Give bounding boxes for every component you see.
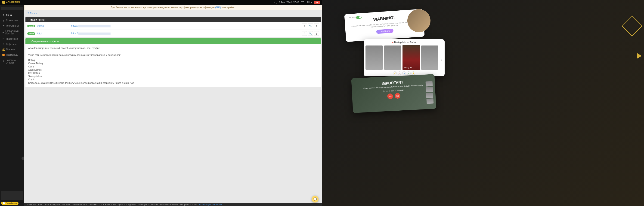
settings-button[interactable]: 🔧 [308, 31, 313, 36]
header-datetime: Чт, 18 Янв 2024 9:37:45 UTC [274, 1, 304, 4]
profile-main[interactable]: Emily 25 [402, 45, 420, 70]
boost-button[interactable]: ⚡ [412, 71, 415, 75]
preview-area: Girls nearby WARNING! Before we can show… [322, 0, 644, 206]
sidebar-item-label: Глобальный Постбек [5, 30, 22, 35]
chat-bubble-button[interactable]: 💬 [312, 196, 318, 203]
alert-2fa-link[interactable]: (2FA) [215, 6, 221, 9]
link-icon: ⊘ [2, 14, 5, 16]
vertical-item: Sweepstakes [28, 75, 318, 78]
copy-button[interactable]: ⧉ [302, 31, 307, 36]
card2-title: ● Best girls from Tinder [366, 41, 443, 44]
link-url[interactable]: https:// [71, 32, 110, 35]
next-arrow[interactable]: › [441, 57, 442, 62]
breadcrumb: Линки [24, 10, 322, 16]
plus-icon: + [2, 31, 4, 33]
profile-thumb[interactable] [384, 45, 401, 70]
mini-thumb[interactable] [426, 93, 433, 98]
sidebar-info-block [1, 191, 23, 200]
stats-icon: ⫿ [2, 19, 5, 22]
sidebar-item-promo[interactable]: 🎁 Промокоды [0, 52, 24, 57]
gift-icon: 🎁 [2, 54, 5, 56]
sidebar-item-label: Платежи [6, 48, 16, 51]
mini-thumb[interactable] [426, 87, 433, 92]
link-row: smart Adult https:// ⧉ 🔧 ⫿ [26, 30, 321, 37]
footer-copyright: Adverten © 2015 - 2024 [26, 204, 49, 206]
sidebar-item-payments[interactable]: 💰 Платежи [0, 47, 24, 52]
sidebar-item-referrals[interactable]: ☆ Рефералы [0, 41, 24, 47]
question-icon: ? [2, 60, 4, 63]
offers-panel: ⓘ Смартлинки и офферы Adverten смартлинк… [26, 38, 321, 87]
money-icon: 💰 [2, 48, 5, 51]
preview-card-important: IMPORTANT! Please answer a few simple qu… [351, 74, 436, 113]
copy-icon: ⧉ [304, 24, 305, 27]
footer-text: Если у вас есть какие-либо сложности с н… [50, 204, 198, 206]
link-name[interactable]: Dating [37, 25, 70, 27]
settings-button[interactable]: 🔧 [308, 23, 313, 28]
language-selector[interactable]: RU ▾ [307, 1, 312, 4]
star-icon: ★ [2, 25, 5, 27]
link-url[interactable]: https:// [71, 24, 110, 27]
chart-icon: ⫿ [316, 25, 317, 27]
stats-button[interactable]: ⫿ [314, 31, 319, 36]
link-name[interactable]: Adult [37, 32, 70, 35]
footer: Adverten © 2015 - 2024 Если у вас есть к… [24, 203, 322, 206]
rewind-button[interactable]: ↺ [393, 71, 397, 75]
fire-icon: ● [392, 41, 394, 44]
offers-intro: Adverten смартлинк отличный способ конве… [28, 46, 318, 50]
preview-card-warning: Girls nearby WARNING! Before we can show… [344, 9, 425, 42]
profile-thumb[interactable] [366, 45, 383, 70]
sidebar-item-links[interactable]: ⊘ Линки [0, 12, 24, 18]
smart-badge: smart [27, 32, 35, 35]
sidebar-item-label: Линки [6, 14, 12, 16]
no-button[interactable]: NO [387, 93, 393, 99]
yes-button[interactable]: YES [395, 93, 400, 99]
profile-thumb[interactable] [421, 45, 438, 70]
wrench-icon: 🔧 [309, 32, 312, 35]
offers-panel-header: ⓘ Смартлинки и офферы [26, 38, 321, 44]
sidebar-user-block[interactable] [1, 7, 23, 10]
vertical-item: Casual Dating [28, 62, 318, 65]
profile-age: 25 [410, 66, 412, 69]
mini-thumb[interactable] [426, 81, 432, 87]
stats-button[interactable]: ⫿ [314, 23, 319, 28]
sidebar-item-stats[interactable]: ⫿ Статистика [0, 18, 24, 23]
breadcrumb-icon [26, 12, 29, 14]
vertical-item: Gay Dating [28, 72, 318, 75]
link-row: smart Dating https:// ⧉ 🔧 ⫿ [26, 22, 321, 30]
sidebar-item-trafficback[interactable]: ⇄ Трафикбэк [0, 36, 24, 41]
app-header: ADVERTEN Чт, 18 Янв 2024 9:37:45 UTC RU … [0, 0, 322, 4]
smart-badge: smart [27, 25, 35, 27]
sidebar-item-label: Рефералы [6, 43, 18, 45]
logo[interactable]: ADVERTEN [2, 1, 20, 4]
nope-button[interactable]: ✕ [398, 71, 401, 75]
sidebar-item-label: Статистика [6, 19, 18, 22]
preview-card-tinder: ● Best girls from Tinder ‹ Emily 25 › ↺ … [364, 39, 444, 76]
vertical-item: Cams [28, 65, 318, 68]
footer-email-link[interactable]: feedback@adverten.com [199, 204, 222, 206]
exchange-icon: ⇄ [2, 38, 5, 40]
superlike-button[interactable]: ★ [402, 71, 406, 75]
continue-button[interactable]: CONTINUE [376, 29, 394, 34]
vertical-item: Dating [28, 59, 318, 62]
copy-button[interactable]: ⧉ [302, 23, 307, 28]
sidebar-item-faq[interactable]: ? Вопросы-Ответы [0, 57, 24, 65]
offers-subtitle: У нас есть несколько вариантов смартлино… [28, 53, 318, 57]
vertical-item: Crypto [28, 78, 318, 81]
sidebar-item-label: Трафикбэк [6, 38, 18, 40]
sidebar-item-countries[interactable]: ★ Топ Страны [0, 23, 24, 28]
wrench-icon: 🔧 [309, 25, 312, 27]
sidebar-item-postback[interactable]: + Глобальный Постбек [0, 28, 24, 36]
mini-thumb[interactable] [426, 98, 434, 104]
online-chat-button[interactable]: 💬 Онлайн-чат [1, 202, 18, 205]
logout-icon: ↪ [316, 1, 318, 4]
like-button[interactable]: ♥ [407, 71, 410, 75]
links-panel: ≡ Ваши линки smart Dating https:// ⧉ 🔧 ⫿… [26, 17, 321, 37]
logo-text: ADVERTEN [6, 1, 20, 4]
vertical-item: Adult Games [28, 68, 318, 72]
breadcrumb-label: Линки [30, 12, 37, 14]
sidebar-item-label: Промокоды [6, 54, 18, 56]
verticals-list: Dating Casual Dating Cams Adult Games Ga… [28, 59, 318, 81]
chat-bubble-icon: 💬 [314, 198, 317, 201]
logout-button[interactable]: ↪ [314, 1, 320, 4]
sidebar-item-label: Вопросы-Ответы [6, 59, 22, 64]
